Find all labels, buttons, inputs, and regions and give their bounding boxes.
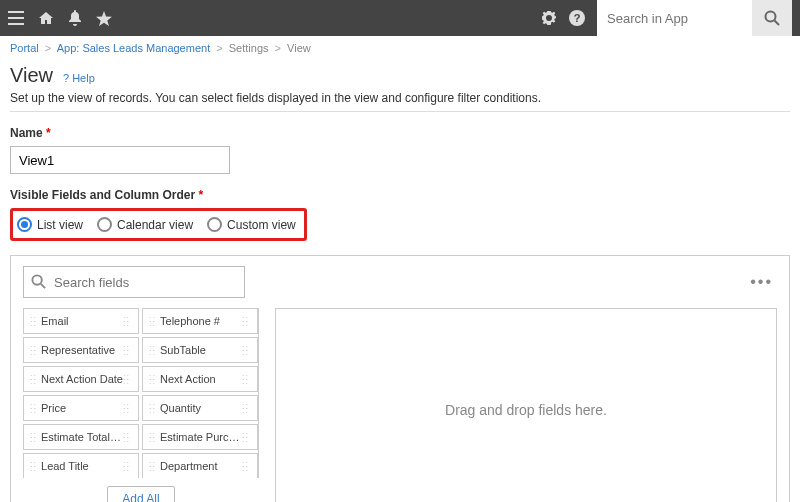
field-chip-label: Quantity [156, 402, 242, 414]
grip-icon: :::: [123, 317, 130, 325]
field-chip[interactable]: ::::Department:::: [142, 453, 258, 478]
grip-icon: :::: [30, 462, 37, 470]
svg-text:?: ? [574, 12, 581, 24]
grip-icon: :::: [30, 346, 37, 354]
radio-custom-view[interactable]: Custom view [207, 217, 296, 232]
grip-icon: :::: [149, 404, 156, 412]
grip-icon: :::: [242, 462, 249, 470]
search-icon [31, 274, 46, 292]
available-fields-list[interactable]: ::::Email::::::::Telephone #::::::::Repr… [23, 308, 259, 478]
breadcrumb-app[interactable]: App: Sales Leads Management [57, 42, 211, 54]
breadcrumb-settings: Settings [229, 42, 269, 54]
field-chip-label: Telephone # [156, 315, 242, 327]
svg-line-5 [41, 284, 45, 288]
field-chip[interactable]: ::::Lead Title:::: [23, 453, 139, 478]
name-label: Name * [10, 126, 790, 140]
field-chip[interactable]: ::::Email:::: [23, 308, 139, 334]
page-description: Set up the view of records. You can sele… [10, 91, 790, 105]
grip-icon: :::: [123, 375, 130, 383]
field-chip-label: Department [156, 460, 242, 472]
breadcrumb-portal[interactable]: Portal [10, 42, 39, 54]
top-bar: ? [0, 0, 800, 36]
field-chip[interactable]: ::::SubTable:::: [142, 337, 258, 363]
view-type-label: Visible Fields and Column Order * [10, 188, 790, 202]
grip-icon: :::: [149, 433, 156, 441]
grip-icon: :::: [30, 317, 37, 325]
page-title: View [10, 64, 53, 87]
grip-icon: :::: [242, 317, 249, 325]
grip-icon: :::: [30, 433, 37, 441]
drop-hint: Drag and drop fields here. [445, 402, 607, 418]
gear-icon[interactable] [541, 10, 557, 26]
field-chip-label: Price [37, 402, 123, 414]
radio-calendar-view[interactable]: Calendar view [97, 217, 193, 232]
field-chip-label: Estimate Total Sales [37, 431, 123, 443]
radio-label: Custom view [227, 218, 296, 232]
field-chip-label: Representative [37, 344, 123, 356]
svg-point-4 [32, 275, 41, 284]
breadcrumb-view: View [287, 42, 311, 54]
radio-label: List view [37, 218, 83, 232]
field-chip[interactable]: ::::Quantity:::: [142, 395, 258, 421]
field-chip-label: Email [37, 315, 123, 327]
grip-icon: :::: [149, 317, 156, 325]
grip-icon: :::: [149, 346, 156, 354]
field-chip[interactable]: ::::Price:::: [23, 395, 139, 421]
grip-icon: :::: [242, 346, 249, 354]
grip-icon: :::: [123, 433, 130, 441]
menu-icon[interactable] [8, 11, 24, 25]
field-chip[interactable]: ::::Estimate Total Sales:::: [23, 424, 139, 450]
grip-icon: :::: [123, 346, 130, 354]
name-input[interactable] [10, 146, 230, 174]
svg-point-2 [766, 12, 776, 22]
breadcrumb: Portal > App: Sales Leads Management > S… [0, 36, 800, 60]
grip-icon: :::: [30, 375, 37, 383]
star-icon[interactable] [96, 11, 112, 26]
field-chip-label: SubTable [156, 344, 242, 356]
home-icon[interactable] [38, 11, 54, 25]
svg-line-3 [775, 21, 780, 26]
fields-panel: ••• ::::Email::::::::Telephone #::::::::… [10, 255, 790, 502]
grip-icon: :::: [30, 404, 37, 412]
grip-icon: :::: [123, 462, 130, 470]
more-options-icon[interactable]: ••• [750, 273, 777, 291]
field-chip[interactable]: ::::Telephone #:::: [142, 308, 258, 334]
app-search-input[interactable] [597, 0, 752, 36]
app-search [597, 0, 792, 36]
divider [10, 111, 790, 112]
grip-icon: :::: [149, 375, 156, 383]
field-chip-label: Next Action Date [37, 373, 123, 385]
radio-icon [97, 217, 112, 232]
field-chip-label: Next Action [156, 373, 242, 385]
bell-icon[interactable] [68, 10, 82, 26]
grip-icon: :::: [149, 462, 156, 470]
radio-icon [207, 217, 222, 232]
view-type-radio-group: List view Calendar view Custom view [10, 208, 307, 241]
field-chip-label: Lead Title [37, 460, 123, 472]
grip-icon: :::: [242, 433, 249, 441]
grip-icon: :::: [242, 404, 249, 412]
grip-icon: :::: [123, 404, 130, 412]
help-icon[interactable]: ? [569, 10, 585, 26]
search-fields-input[interactable] [23, 266, 245, 298]
radio-label: Calendar view [117, 218, 193, 232]
radio-icon [17, 217, 32, 232]
app-search-button[interactable] [752, 0, 792, 36]
drop-area[interactable]: Drag and drop fields here. [275, 308, 777, 502]
field-chip[interactable]: ::::Next Action Date:::: [23, 366, 139, 392]
grip-icon: :::: [242, 375, 249, 383]
field-chip[interactable]: ::::Next Action:::: [142, 366, 258, 392]
field-chip[interactable]: ::::Representative:::: [23, 337, 139, 363]
add-all-button[interactable]: Add All [107, 486, 174, 502]
help-link[interactable]: ? Help [63, 72, 95, 84]
field-chip[interactable]: ::::Estimate Purchase D...:::: [142, 424, 258, 450]
field-chip-label: Estimate Purchase D... [156, 431, 242, 443]
radio-list-view[interactable]: List view [17, 217, 83, 232]
